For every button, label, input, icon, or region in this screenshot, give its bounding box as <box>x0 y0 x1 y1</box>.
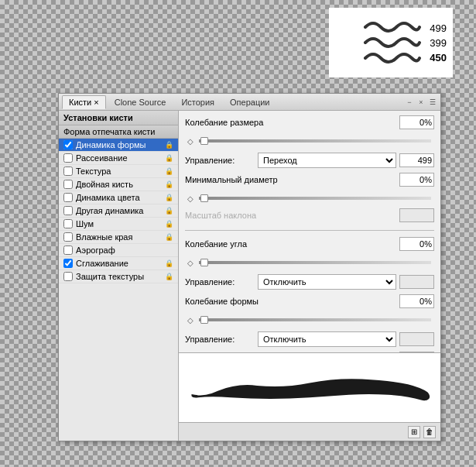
min-diameter-slider-row[interactable]: ◇ <box>185 191 434 205</box>
lock-icon-dynamics: 🔒 <box>164 140 173 149</box>
roundness-jitter-label: Колебание формы <box>185 297 396 306</box>
checkbox-texture[interactable] <box>63 167 73 176</box>
lock-icon-noise: 🔒 <box>164 219 173 228</box>
control2-label: Управление: <box>185 277 255 287</box>
menu-button[interactable]: ☰ <box>428 98 437 107</box>
label-dynamics: Динамика формы <box>76 140 161 149</box>
checkbox-scatter[interactable] <box>63 153 73 163</box>
divider1 <box>185 230 434 231</box>
left-sidebar: Установки кисти Форма отпечатка кисти Ди… <box>59 111 179 441</box>
label-airbrush: Аэрограф <box>76 246 173 255</box>
tilt-scale-label: Масштаб наклона <box>185 211 396 220</box>
size-jitter-slider[interactable] <box>199 139 431 143</box>
lock-icon-otherdyn: 🔒 <box>164 206 173 215</box>
size-jitter-input[interactable] <box>399 115 434 129</box>
tilt-scale-row: Масштаб наклона <box>185 208 434 222</box>
lock-icon-dual: 🔒 <box>164 180 173 189</box>
roundness-jitter-slider[interactable] <box>199 318 431 321</box>
wave-icon <box>361 15 423 70</box>
checkbox-otherdyn[interactable] <box>63 206 73 215</box>
checkbox-dual[interactable] <box>63 180 73 189</box>
lock-icon-colordyn: 🔒 <box>164 193 173 202</box>
control3-label: Управление: <box>185 335 255 344</box>
tilt-scale-input <box>399 208 434 222</box>
checkbox-colordyn[interactable] <box>63 193 73 202</box>
checkbox-smoothing[interactable] <box>63 259 73 268</box>
control3-row: Управление: Отключить <box>185 330 434 349</box>
numbers-col: 499 399 450 <box>430 22 447 64</box>
label-wearedges: Влажные края <box>76 232 161 242</box>
checkbox-dynamics[interactable] <box>63 140 73 149</box>
sidebar-item-scatter[interactable]: Рассеивание 🔒 <box>59 152 178 165</box>
label-smoothing: Сглаживание <box>76 259 161 268</box>
brush-preview <box>179 352 440 422</box>
panel-titlebar: Кисти × Clone Source История Операции − … <box>59 94 440 111</box>
top-right-area: 499 399 450 <box>329 8 453 77</box>
slider-icon-left4: ◇ <box>185 314 196 325</box>
sidebar-item-airbrush[interactable]: Аэрограф <box>59 244 178 257</box>
footer-icon-page[interactable]: ⊞ <box>408 426 420 438</box>
angle-jitter-label: Колебание угла <box>185 239 396 249</box>
control3-select[interactable]: Отключить <box>258 331 396 347</box>
label-dual: Двойная кисть <box>76 180 161 189</box>
tab-operations[interactable]: Операции <box>223 95 276 109</box>
number-3: 450 <box>430 52 447 64</box>
sidebar-item-smoothing[interactable]: Сглаживание 🔒 <box>59 257 178 270</box>
sidebar-section-header: Форма отпечатка кисти <box>59 125 178 139</box>
size-jitter-slider-row[interactable]: ◇ <box>185 134 434 148</box>
angle-jitter-input[interactable] <box>399 237 434 251</box>
number-2: 399 <box>430 37 447 49</box>
close-button[interactable]: × <box>416 98 426 107</box>
tab-history[interactable]: История <box>174 95 221 109</box>
angle-jitter-slider-row[interactable]: ◇ <box>185 256 434 270</box>
control2-row: Управление: Отключить <box>185 273 434 291</box>
checkbox-noise[interactable] <box>63 219 73 228</box>
label-colordyn: Динамика цвета <box>76 193 161 202</box>
control3-input <box>399 332 434 346</box>
size-jitter-label: Колебание размера <box>185 118 396 127</box>
lock-icon-smoothing: 🔒 <box>164 259 173 268</box>
footer-icon-trash[interactable]: 🗑 <box>423 426 436 438</box>
wave-container: 499 399 450 <box>361 15 447 70</box>
control1-select[interactable]: Переход <box>258 153 396 168</box>
checkbox-wearedges[interactable] <box>63 232 73 242</box>
label-protect: Защита текстуры <box>76 272 161 281</box>
slider-icon-left3: ◇ <box>185 257 196 268</box>
checkbox-airbrush[interactable] <box>63 246 73 255</box>
roundness-jitter-input[interactable] <box>399 294 434 308</box>
min-diameter-input[interactable] <box>399 173 434 187</box>
lock-icon-texture: 🔒 <box>164 167 173 176</box>
control2-input <box>399 275 434 289</box>
lock-icon-scatter: 🔒 <box>164 153 173 163</box>
right-content: Колебание размера ◇ Управление: Переход <box>179 111 440 352</box>
sidebar-item-noise[interactable]: Шум 🔒 <box>59 218 178 231</box>
roundness-jitter-row: Колебание формы <box>185 294 434 308</box>
slider-icon-left: ◇ <box>185 136 196 146</box>
label-otherdyn: Другая динамика <box>76 206 161 215</box>
min-diameter-row: Минимальный диаметр <box>185 173 434 187</box>
min-diameter-slider[interactable] <box>199 197 431 200</box>
roundness-jitter-slider-row[interactable]: ◇ <box>185 313 434 327</box>
tab-kisti[interactable]: Кисти × <box>62 95 106 109</box>
brush-stroke-svg <box>185 359 434 416</box>
number-1: 499 <box>430 22 447 34</box>
sidebar-item-colordyn[interactable]: Динамика цвета 🔒 <box>59 191 178 204</box>
minimize-button[interactable]: − <box>405 98 414 107</box>
sidebar-item-protect[interactable]: Защита текстуры 🔒 <box>59 270 178 283</box>
control2-select[interactable]: Отключить <box>258 274 396 290</box>
sidebar-item-dual[interactable]: Двойная кисть 🔒 <box>59 178 178 191</box>
min-diameter-label: Минимальный диаметр <box>185 175 396 184</box>
titlebar-controls: − × ☰ <box>405 98 437 107</box>
control1-input[interactable] <box>399 153 434 167</box>
sidebar-item-wearedges[interactable]: Влажные края 🔒 <box>59 231 178 244</box>
angle-jitter-slider[interactable] <box>199 261 431 264</box>
sidebar-header[interactable]: Установки кисти <box>59 111 178 125</box>
tab-clone[interactable]: Clone Source <box>108 95 173 109</box>
sidebar-item-otherdyn[interactable]: Другая динамика 🔒 <box>59 204 178 218</box>
checkbox-protect[interactable] <box>63 272 73 281</box>
sidebar-item-dynamics[interactable]: Динамика формы 🔒 <box>59 139 178 152</box>
sidebar-item-texture[interactable]: Текстура 🔒 <box>59 165 178 178</box>
size-jitter-row: Колебание размера <box>185 115 434 129</box>
label-texture: Текстура <box>76 167 161 176</box>
label-noise: Шум <box>76 219 161 228</box>
